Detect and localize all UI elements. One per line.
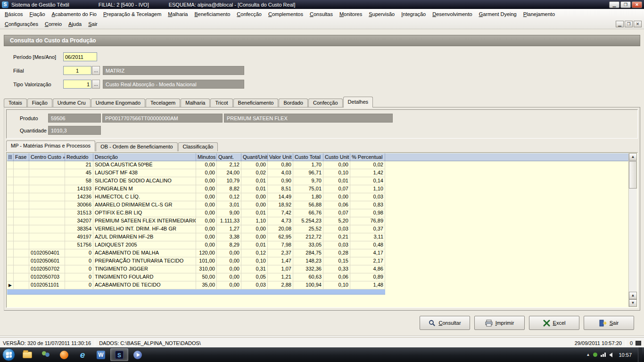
menu-ajuda[interactable]: Ajuda xyxy=(65,20,85,28)
grid-row-13[interactable]: 01020507020TINGIMENTO JIGGER310,000,000,… xyxy=(7,265,628,273)
cell-centro-custo[interactable] xyxy=(29,185,65,193)
cell-centro-custo[interactable] xyxy=(29,241,65,249)
cell-reduzido[interactable]: 14193 xyxy=(65,185,93,193)
cell-centro-custo[interactable] xyxy=(29,201,65,209)
cell-fase[interactable] xyxy=(14,161,29,169)
cell-centro-custo[interactable] xyxy=(29,217,65,225)
taskbar-item-word[interactable]: W xyxy=(92,348,110,361)
cell-custo-total[interactable]: 60,63 xyxy=(293,273,323,281)
cell-fase[interactable] xyxy=(14,233,29,241)
cell-minutos[interactable]: 0,00 xyxy=(196,177,217,185)
cell-reduzido[interactable]: 0 xyxy=(65,249,93,257)
cell-quant-unit[interactable]: 0,00 xyxy=(241,225,268,233)
cell-custo-unit[interactable]: 0,06 xyxy=(323,201,350,209)
periodo-input[interactable] xyxy=(63,52,97,61)
cell-quant[interactable]: 1.111,33 xyxy=(217,217,241,225)
cell-custo-total[interactable]: 1,70 xyxy=(293,161,323,169)
cell-custo-unit[interactable]: 0,15 xyxy=(323,257,350,265)
cell-descri-o[interactable]: PREPARAÇÃO TINTURARIA TECIDO xyxy=(93,257,196,265)
grid-row-5[interactable]: 30066AMARELO DRIMAREM CL-S GR0,003,010,0… xyxy=(7,201,628,209)
cell-fase[interactable] xyxy=(14,225,29,233)
cell-quant[interactable]: 0,00 xyxy=(217,265,241,273)
mdi-minimize-button[interactable]: ▁ xyxy=(616,21,624,27)
cell-custo-unit[interactable]: 0,21 xyxy=(323,233,350,241)
cell-centro-custo[interactable] xyxy=(29,193,65,201)
cell-fase[interactable] xyxy=(14,249,29,257)
grid-row-6[interactable]: 31513OPTIFIX EC.BR LIQ0,009,000,017,4266… xyxy=(7,209,628,217)
cell-minutos[interactable]: 35,00 xyxy=(196,281,217,289)
tray-security-icon[interactable] xyxy=(593,353,597,357)
cell-valor-unit[interactable]: 62,95 xyxy=(268,233,293,241)
tab-fia-o[interactable]: Fiação xyxy=(27,99,52,107)
scroll-thumb[interactable] xyxy=(629,161,637,189)
cell-quant[interactable]: 3,38 xyxy=(217,233,241,241)
tipo-valorizacao-code-input[interactable] xyxy=(63,80,91,89)
grid-row-0[interactable]: 21SODA CAUSTICA 50ºBÉ0,002,120,000,801,7… xyxy=(7,161,628,169)
cell-quant-unit[interactable]: 0,02 xyxy=(241,169,268,177)
column-header-quant[interactable]: Quant. xyxy=(217,153,241,161)
taskbar-clock[interactable]: 10:57 xyxy=(619,352,632,358)
menu-integra-o[interactable]: Integração xyxy=(398,10,429,18)
taskbar-item-gestao-textil[interactable]: S xyxy=(110,348,128,361)
mdi-restore-button[interactable]: ❐ xyxy=(625,21,633,27)
menu-correio[interactable]: Correio xyxy=(41,20,65,28)
column-header-centro-custo[interactable]: Centro Custo▲ xyxy=(29,153,65,161)
cell-custo-total[interactable]: 100,94 xyxy=(293,281,323,289)
cell-fase[interactable] xyxy=(14,217,29,225)
menu-garment-dyeing[interactable]: Garment Dyeing xyxy=(476,10,520,18)
cell-minutos[interactable]: 101,00 xyxy=(196,257,217,265)
cell-descri-o[interactable]: SODA CAUSTICA 50ºBÉ xyxy=(93,161,196,169)
cell-reduzido[interactable]: 14236 xyxy=(65,193,93,201)
cell-valor-unit[interactable]: 1,47 xyxy=(268,257,293,265)
cell-reduzido[interactable]: 45 xyxy=(65,169,93,177)
cell-fase[interactable] xyxy=(14,185,29,193)
subtab-classifica-o[interactable]: Classificação xyxy=(178,142,218,151)
grid-corner-cell[interactable] xyxy=(7,153,14,161)
start-button[interactable] xyxy=(2,348,15,361)
cell-fase[interactable] xyxy=(14,169,29,177)
network-icon[interactable] xyxy=(601,353,606,357)
grid-vertical-scrollbar[interactable]: ▲ ▲ ▼ xyxy=(629,153,637,307)
cell-descri-o[interactable]: AZUL DRIMAREN HF-2B xyxy=(93,233,196,241)
tab-tricot[interactable]: Tricot xyxy=(210,99,232,107)
grid-row-9[interactable]: 49197AZUL DRIMAREN HF-2B0,003,380,0062,9… xyxy=(7,233,628,241)
cell-valor-unit[interactable]: 7,42 xyxy=(268,209,293,217)
cell-quant-unit[interactable]: 0,00 xyxy=(241,201,268,209)
cell-quant[interactable]: 24,00 xyxy=(217,169,241,177)
cell-minutos[interactable]: 0,00 xyxy=(196,169,217,177)
cell-percentual[interactable]: 0,37 xyxy=(350,225,385,233)
grid-row-15[interactable]: ▶01020511010ACABAMENTO DE TECIDO35,000,0… xyxy=(7,281,628,289)
cell-minutos[interactable]: 0,00 xyxy=(196,185,217,193)
cell-quant-unit[interactable]: 0,05 xyxy=(241,273,268,281)
cell-quant-unit[interactable]: 0,01 xyxy=(241,209,268,217)
tab-bordado[interactable]: Bordado xyxy=(279,99,308,107)
cell-minutos[interactable]: 50,00 xyxy=(196,273,217,281)
cell-percentual[interactable]: 0,48 xyxy=(350,241,385,249)
cell-fase[interactable] xyxy=(14,273,29,281)
column-header-percentual[interactable]: % Percentual xyxy=(350,153,385,161)
subtab-mp-mat-rias-primas-e-processos[interactable]: MP - Matérias Primas e Processos xyxy=(6,140,95,151)
cell-custo-unit[interactable]: 0,01 xyxy=(323,177,350,185)
cell-valor-unit[interactable]: 7,98 xyxy=(268,241,293,249)
column-header-quant-unit[interactable]: Quant/Unit xyxy=(241,153,268,161)
cell-quant[interactable]: 3,01 xyxy=(217,201,241,209)
scroll-up-button[interactable]: ▲ xyxy=(629,153,637,161)
cell-quant-unit[interactable]: 1,10 xyxy=(241,217,268,225)
cell-quant-unit[interactable]: 0,10 xyxy=(241,257,268,265)
cell-descri-o[interactable]: VERMELHO INT. DRIM. HF-4B GR xyxy=(93,225,196,233)
cell-valor-unit[interactable]: 2,37 xyxy=(268,249,293,257)
tab-malharia[interactable]: Malharia xyxy=(181,99,210,107)
cell-custo-total[interactable]: 75,01 xyxy=(293,185,323,193)
cell-quant[interactable]: 0,12 xyxy=(217,193,241,201)
cell-minutos[interactable]: 0,00 xyxy=(196,209,217,217)
cell-custo-unit[interactable]: 0,03 xyxy=(323,225,350,233)
cell-custo-total[interactable]: 332,36 xyxy=(293,265,323,273)
window-close-button[interactable]: ✕ xyxy=(632,1,642,8)
menu-complementos[interactable]: Complementos xyxy=(265,10,306,18)
cell-custo-total[interactable]: 212,72 xyxy=(293,233,323,241)
cell-reduzido[interactable]: 38354 xyxy=(65,225,93,233)
cell-centro-custo[interactable]: 0102050702 xyxy=(29,265,65,273)
cell-custo-total[interactable]: 284,75 xyxy=(293,249,323,257)
grid-row-11[interactable]: 01020504010ACABAMENTO DE MALHA120,000,00… xyxy=(7,249,628,257)
cell-centro-custo[interactable]: 0102050401 xyxy=(29,249,65,257)
